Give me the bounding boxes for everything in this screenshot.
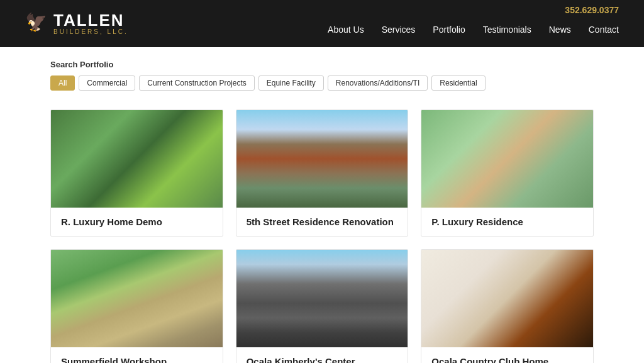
filter-renovations[interactable]: Renovations/Additions/TI	[328, 75, 428, 91]
bird-icon: 🦅	[25, 12, 47, 33]
nav-contact[interactable]: Contact	[589, 25, 619, 35]
main-nav: About Us Services Portfolio Testimonials…	[328, 25, 619, 35]
filter-equine[interactable]: Equine Facility	[258, 75, 324, 91]
project-title: Ocala Country Club Home Renovation	[421, 347, 593, 363]
filter-residential[interactable]: Residential	[431, 75, 485, 91]
project-card[interactable]: Ocala Country Club Home Renovation	[421, 249, 594, 363]
search-portfolio-label: Search Portfolio	[50, 60, 594, 69]
project-image	[51, 110, 223, 208]
nav-services[interactable]: Services	[382, 25, 416, 35]
phone-number[interactable]: 352.629.0377	[565, 5, 619, 15]
project-card[interactable]: 5th Street Residence Renovation	[236, 109, 409, 237]
logo-brand: TALLEN	[53, 12, 128, 28]
project-image	[236, 110, 408, 208]
project-title: 5th Street Residence Renovation	[236, 208, 408, 236]
filter-all[interactable]: All	[50, 75, 75, 91]
logo-area: 🦅 TALLEN BUILDERS, LLC.	[25, 12, 128, 35]
nav-portfolio[interactable]: Portfolio	[433, 25, 465, 35]
portfolio-section: Search Portfolio All Commercial Current …	[0, 47, 644, 109]
project-card[interactable]: P. Luxury Residence	[421, 109, 594, 237]
project-card[interactable]: Ocala Kimberly's Center	[236, 249, 409, 363]
filter-commercial[interactable]: Commercial	[79, 75, 135, 91]
nav-news[interactable]: News	[549, 25, 571, 35]
nav-about[interactable]: About Us	[328, 25, 364, 35]
project-title: Ocala Kimberly's Center	[236, 347, 408, 363]
project-image	[421, 110, 593, 208]
project-image	[236, 250, 408, 347]
logo-sub: BUILDERS, LLC.	[53, 28, 128, 35]
filter-current-construction[interactable]: Current Construction Projects	[139, 75, 254, 91]
project-title: Summerfield Workshop	[51, 347, 223, 363]
project-card[interactable]: Summerfield Workshop	[50, 249, 223, 363]
nav-testimonials[interactable]: Testimonials	[483, 25, 531, 35]
project-title: P. Luxury Residence	[421, 208, 593, 236]
site-header: 🦅 TALLEN BUILDERS, LLC. 352.629.0377 Abo…	[0, 0, 644, 47]
filter-tabs: All Commercial Current Construction Proj…	[50, 75, 594, 91]
projects-grid: R. Luxury Home Demo 5th Street Residence…	[0, 109, 644, 363]
logo-text: TALLEN BUILDERS, LLC.	[53, 12, 128, 35]
project-image	[51, 250, 223, 347]
project-image	[421, 250, 593, 347]
project-card[interactable]: R. Luxury Home Demo	[50, 109, 223, 237]
project-title: R. Luxury Home Demo	[51, 208, 223, 236]
